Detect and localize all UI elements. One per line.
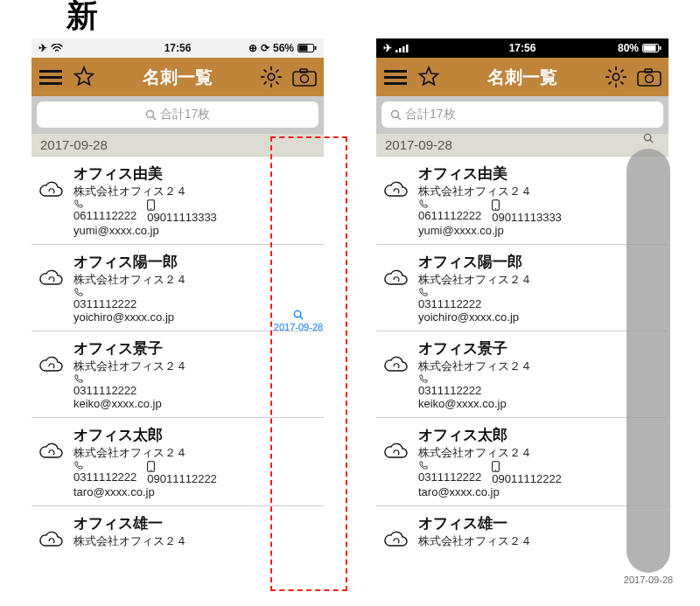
airplane-icon: ✈︎ — [38, 42, 47, 54]
svg-point-53 — [495, 470, 496, 470]
nav-bar: 名刺一覧 — [32, 58, 324, 96]
contact-company: 株式会社オフィス２４ — [74, 533, 318, 549]
star-icon[interactable] — [70, 63, 98, 91]
cloud-icon — [382, 164, 411, 200]
contact-row[interactable]: オフィス雄一株式会社オフィス２４ — [376, 506, 668, 557]
cloud-icon — [37, 252, 66, 289]
battery-percent: 80% — [618, 42, 639, 54]
contact-tel: 0311112222 — [74, 461, 136, 485]
contact-row[interactable]: オフィス由美株式会社オフィス２４061111222209011113333yum… — [32, 157, 324, 245]
svg-line-14 — [276, 70, 278, 73]
alarm-icon: ⊕ — [248, 42, 257, 54]
cloud-icon — [37, 425, 66, 462]
contact-name: オフィス由美 — [74, 164, 318, 184]
status-bar: ✈︎ 17:56 80% — [376, 38, 668, 58]
search-input[interactable]: 合計17枚 — [382, 101, 663, 128]
svg-line-43 — [609, 81, 612, 84]
left-caption: 新 — [66, 0, 98, 38]
contact-mobile: 09011112222 — [492, 461, 562, 485]
airplane-icon: ✈︎ — [383, 42, 392, 54]
contact-mobile: 09011113333 — [492, 199, 562, 224]
scroll-indicator[interactable] — [626, 149, 670, 573]
svg-line-41 — [609, 70, 612, 73]
menu-icon[interactable] — [37, 63, 65, 91]
contact-row[interactable]: オフィス雄一株式会社オフィス２４ — [32, 506, 324, 557]
status-bar: ✈︎ 17:56 ⊕ ⟳ 56% — [32, 38, 324, 58]
svg-line-25 — [300, 317, 303, 319]
contact-company: 株式会社オフィス２４ — [74, 184, 318, 199]
camera-icon[interactable] — [635, 63, 663, 91]
contact-tel: 0311112222 — [74, 288, 136, 310]
svg-rect-33 — [384, 70, 407, 73]
contact-mobile: 09011112222 — [147, 461, 217, 485]
contact-row[interactable]: オフィス由美株式会社オフィス２４061111222209011113333yum… — [376, 157, 668, 245]
svg-point-36 — [612, 73, 620, 80]
contact-tel: 0611112222 — [74, 199, 136, 224]
battery-icon — [642, 44, 662, 52]
contact-name: オフィス陽一郎 — [74, 252, 318, 272]
svg-line-44 — [620, 70, 623, 73]
cloud-icon — [382, 338, 411, 375]
battery-icon — [298, 44, 317, 52]
contact-row[interactable]: オフィス陽一郎株式会社オフィス２４0311112222yoichiro@xxxx… — [376, 245, 668, 331]
menu-icon[interactable] — [382, 63, 410, 91]
wifi-icon — [51, 44, 63, 52]
contact-tel: 0311112222 — [418, 374, 481, 397]
search-icon — [293, 310, 304, 320]
svg-rect-1 — [315, 46, 317, 50]
cloud-icon — [37, 513, 66, 550]
contact-row[interactable]: オフィス景子株式会社オフィス２４0311112222keiko@xxxx.co.… — [32, 331, 324, 418]
svg-rect-3 — [39, 70, 62, 73]
svg-rect-26 — [396, 50, 398, 52]
star-icon[interactable] — [415, 63, 443, 91]
svg-rect-2 — [299, 45, 308, 52]
contact-tel: 0611112222 — [418, 199, 481, 224]
search-placeholder: 合計17枚 — [160, 107, 211, 122]
svg-line-12 — [276, 81, 278, 84]
contact-tel: 0311112222 — [418, 288, 481, 310]
contact-mobile: 09011113333 — [147, 199, 217, 224]
contact-name: オフィス太郎 — [74, 425, 318, 445]
phone-right: ✈︎ 17:56 80% 名刺一覧 — [376, 38, 668, 591]
svg-rect-28 — [402, 46, 405, 52]
scroll-date-label: 2017-09-28 — [618, 575, 679, 585]
svg-rect-15 — [293, 72, 316, 86]
contact-row[interactable]: オフィス太郎株式会社オフィス２４031111222209011112222tar… — [32, 418, 324, 506]
contact-name: オフィス雄一 — [74, 513, 318, 533]
gear-icon[interactable] — [602, 63, 630, 91]
contact-tel: 0311112222 — [418, 461, 481, 485]
svg-point-47 — [646, 75, 654, 83]
cloud-icon — [382, 513, 411, 550]
svg-point-6 — [268, 73, 275, 80]
svg-rect-34 — [384, 76, 407, 79]
contact-list[interactable]: オフィス由美株式会社オフィス２４061111222209011113333yum… — [376, 157, 668, 557]
svg-point-18 — [146, 110, 153, 117]
contact-name: オフィス景子 — [74, 338, 318, 359]
phone-left: ✈︎ 17:56 ⊕ ⟳ 56% 名刺一覧 — [32, 38, 324, 591]
camera-icon[interactable] — [290, 63, 318, 91]
search-input[interactable]: 合計17枚 — [37, 101, 318, 128]
svg-rect-32 — [644, 45, 656, 52]
contact-row[interactable]: オフィス景子株式会社オフィス２４0311112222keiko@xxxx.co.… — [376, 331, 668, 418]
contact-row[interactable]: オフィス太郎株式会社オフィス２４031111222209011112222tar… — [376, 418, 668, 506]
svg-rect-31 — [660, 46, 662, 50]
contact-email: taro@xxxx.co.jp — [74, 485, 318, 498]
contact-list[interactable]: オフィス由美株式会社オフィス２４061111222209011113333yum… — [32, 157, 324, 557]
svg-rect-27 — [399, 48, 402, 52]
rotation-lock-icon: ⟳ — [261, 42, 270, 54]
nav-bar: 名刺一覧 — [376, 58, 668, 96]
svg-point-48 — [392, 110, 399, 117]
search-icon — [145, 109, 157, 121]
section-header: 2017-09-28 — [376, 133, 668, 157]
search-icon — [643, 133, 654, 143]
contact-company: 株式会社オフィス２４ — [74, 359, 318, 374]
gear-icon[interactable] — [257, 63, 285, 91]
cloud-icon — [37, 338, 66, 375]
svg-rect-46 — [645, 69, 652, 73]
section-index[interactable]: 2017-09-28 — [273, 310, 324, 332]
svg-point-23 — [150, 470, 151, 470]
svg-line-13 — [264, 81, 267, 84]
svg-point-21 — [150, 208, 151, 209]
search-wrap: 合計17枚 — [376, 96, 668, 133]
contact-email: keiko@xxxx.co.jp — [74, 397, 318, 410]
